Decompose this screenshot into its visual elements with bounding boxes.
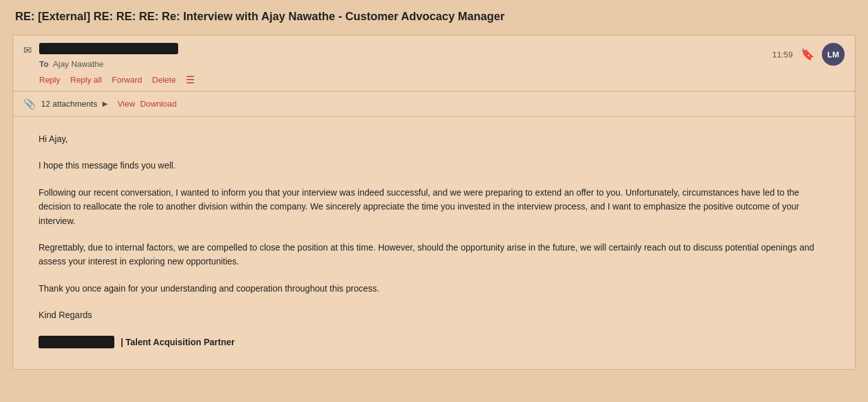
to-label: To	[39, 59, 49, 69]
email-meta: 11:59 🔖 LM	[772, 43, 845, 66]
email-time: 11:59	[772, 50, 793, 59]
attachments-count: 12 attachments	[41, 99, 97, 109]
attachments-bar: 📎 12 attachments ▶ View Download	[13, 92, 855, 117]
email-actions: Reply Reply all Forward Delete ☰	[39, 74, 772, 86]
bookmark-icon[interactable]: 🔖	[800, 47, 814, 61]
email-para3: Regrettably, due to internal factors, we…	[39, 240, 829, 269]
email-closing: Kind Regards	[39, 308, 829, 322]
email-para2: Following our recent conversation, I wan…	[39, 186, 829, 228]
email-card: ✉ To Ajay Nawathe Reply Reply all Forwar…	[13, 35, 855, 370]
email-para1: I hope this message finds you well.	[39, 158, 829, 172]
email-body: Hi Ajay, I hope this message finds you w…	[13, 117, 855, 369]
paperclip-icon: 📎	[23, 98, 36, 110]
page-wrapper: RE: [External] RE: RE: RE: Re: Interview…	[0, 0, 868, 380]
sender-signature: | Talent Acquisition Partner	[39, 335, 829, 349]
download-attachments-button[interactable]: Download	[140, 99, 177, 109]
sender-name-redacted	[39, 43, 178, 54]
sender-info: To Ajay Nawathe Reply Reply all Forward …	[39, 43, 772, 86]
email-subject: RE: [External] RE: RE: RE: Re: Interview…	[13, 10, 855, 23]
forward-button[interactable]: Forward	[112, 75, 142, 85]
more-options-icon[interactable]: ☰	[186, 74, 195, 86]
reply-all-button[interactable]: Reply all	[70, 75, 102, 85]
sig-name-redacted	[39, 336, 114, 348]
reply-button[interactable]: Reply	[39, 75, 60, 85]
email-header: ✉ To Ajay Nawathe Reply Reply all Forwar…	[13, 35, 855, 92]
email-para4: Thank you once again for your understand…	[39, 281, 829, 295]
email-greeting: Hi Ajay,	[39, 132, 829, 146]
envelope-icon: ✉	[23, 44, 32, 56]
delete-button[interactable]: Delete	[152, 75, 176, 85]
sig-title: | Talent Acquisition Partner	[121, 335, 235, 349]
avatar: LM	[822, 43, 845, 66]
arrow-icon: ▶	[102, 100, 107, 108]
view-attachments-button[interactable]: View	[118, 99, 135, 109]
to-line: To Ajay Nawathe	[39, 59, 772, 69]
to-name: Ajay Nawathe	[53, 59, 104, 69]
